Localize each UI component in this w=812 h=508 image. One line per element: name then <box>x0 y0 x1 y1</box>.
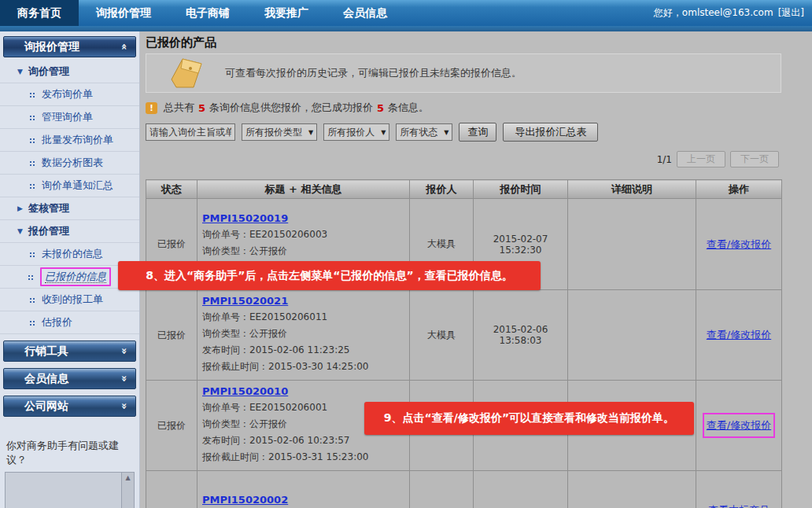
inquiry-title-link[interactable]: PMPI15020019 <box>202 212 288 224</box>
next-page-button[interactable]: 下一页 <box>730 151 779 167</box>
inquiry-title-link[interactable]: PMPI15020021 <box>202 295 288 307</box>
tab-e-shop[interactable]: 电子商铺 <box>168 0 247 26</box>
nav-divider-strip <box>0 26 812 31</box>
sidebar-panel-inquiry-quote[interactable]: 询报价管理 « <box>3 36 136 57</box>
quoted-count: 5 <box>377 102 384 114</box>
bullet-dots-icon <box>30 115 35 120</box>
top-navigation-bar: 商务首页 询报价管理 电子商铺 我要推广 会员信息 您好，omlsteel@16… <box>0 0 812 26</box>
sidebar-group-approval-management[interactable]: ▶ 签核管理 <box>0 197 139 220</box>
detail-line: 报价截止时间：2015-03-31 15:23:00 <box>202 449 406 466</box>
bullet-dots-icon <box>30 252 35 257</box>
tab-business-home[interactable]: 商务首页 <box>0 0 79 26</box>
scroll-up-icon[interactable]: ▲ <box>125 474 130 481</box>
sidebar-item-batch-publish-inquiry[interactable]: 批量发布询价单 <box>0 129 139 152</box>
sidebar-panel-marketing-tools[interactable]: 行销工具 » <box>3 341 136 362</box>
intro-box: 可查看每次报价的历史记录，可编辑已报价且未结案的报价信息。 <box>146 53 781 93</box>
sidebar-group-inquiry-management[interactable]: ▼ 询价管理 <box>0 61 139 83</box>
table-row: 已报价 PMPI15020021 询价单号：EE20150206011 询价类型… <box>146 290 782 381</box>
table-row: 已中标 PMPI15020002 询价单号：EE20150204001 询价类型… <box>146 471 782 508</box>
detail-desc-cell <box>568 199 696 290</box>
sidebar-item-data-analysis-charts[interactable]: 数据分析图表 <box>0 152 139 175</box>
tab-promotion[interactable]: 我要推广 <box>247 0 326 26</box>
chevron-down-icon[interactable]: » <box>118 348 130 354</box>
intro-text: 可查看每次报价的历史记录，可编辑已报价且未结案的报价信息。 <box>225 66 522 80</box>
sidebar-panel-company-website[interactable]: 公司网站 » <box>3 396 136 417</box>
feedback-textarea[interactable]: ▲ ▼ <box>5 472 135 508</box>
detail-line: 询价单号：EE20150206003 <box>202 226 406 243</box>
sidebar-group-quote-management[interactable]: ▼ 报价管理 <box>0 220 139 243</box>
status-cell: 已报价 <box>146 381 197 471</box>
quoter-select[interactable]: 所有报价人 ▼ <box>323 123 389 141</box>
detail-line: 发布时间：2015-02-06 10:23:57 <box>202 433 406 449</box>
status-select[interactable]: 所有状态 ▼ <box>396 123 452 141</box>
chevron-down-icon: ▼ <box>444 129 448 136</box>
bullet-dots-icon <box>30 183 35 189</box>
summary-line: ! 总共有 5 条询价信息供您报价，您已成功报价 5 条信息。 <box>146 101 429 115</box>
triangle-down-icon: ▼ <box>17 227 23 235</box>
detail-desc-cell <box>568 471 696 508</box>
operation-cell: 查看中标产品 查看报价单 <box>696 471 782 508</box>
detail-line: 询价单号：EE20150206011 <box>202 309 406 326</box>
query-button[interactable]: 查询 <box>459 123 496 142</box>
sidebar-panel-title: 询报价管理 <box>24 40 79 54</box>
inquiry-title-link[interactable]: PMPI15020002 <box>202 494 288 506</box>
bullet-dots-icon <box>30 160 35 166</box>
bullet-dots-icon <box>30 92 35 98</box>
page-indicator: 1/1 <box>657 154 672 165</box>
chevron-down-icon: ▼ <box>308 129 313 136</box>
search-input[interactable] <box>146 123 235 141</box>
quote-type-select[interactable]: 所有报价类型 ▼ <box>242 123 317 141</box>
quoter-cell: 大模具 <box>410 290 474 381</box>
bullet-dots-icon <box>28 274 34 280</box>
export-quote-summary-button[interactable]: 导出报价汇总表 <box>503 123 598 142</box>
tutorial-highlight-box: 已报价的信息 <box>40 267 111 286</box>
tab-member-info[interactable]: 会员信息 <box>326 0 404 26</box>
chevron-down-icon: ▼ <box>381 129 386 136</box>
view-modify-quote-link[interactable]: 查看/修改报价 <box>707 237 771 252</box>
sidebar-item-received-work-orders[interactable]: 收到的报工单 <box>0 289 139 311</box>
quote-time-cell: 2015-02-06 13:58:03 <box>474 290 568 381</box>
table-header-row: 状态 标题 + 相关信息 报价人 报价时间 详细说明 操作 <box>146 180 782 199</box>
operation-cell: 查看/修改报价 <box>696 199 782 290</box>
tutorial-highlight-box: 查看/修改报价 <box>703 413 775 438</box>
sidebar-item-publish-inquiry[interactable]: 发布询价单 <box>0 83 139 106</box>
quoter-cell: 大模具 <box>410 471 474 508</box>
sidebar-item-estimate-quote[interactable]: 估报价 <box>0 311 139 334</box>
page-title: 已报价的产品 <box>146 35 216 50</box>
logout-link[interactable]: [退出] <box>778 6 804 20</box>
operation-cell: 查看/修改报价 <box>696 381 782 471</box>
pagination: 1/1 上一页 下一页 <box>657 151 779 167</box>
col-detail: 详细说明 <box>568 180 696 199</box>
col-quote-time: 报价时间 <box>474 180 568 199</box>
view-winning-products-link[interactable]: 查看中标产品 <box>708 503 770 508</box>
status-cell: 已中标 <box>146 471 197 508</box>
bullet-dots-icon <box>30 138 35 143</box>
scrollbar[interactable]: ▲ ▼ <box>121 473 134 508</box>
sidebar-panel-member-info[interactable]: 会员信息 » <box>3 368 136 389</box>
sidebar-item-inquiry-notice-summary[interactable]: 询价单通知汇总 <box>0 175 139 197</box>
prev-page-button[interactable]: 上一页 <box>677 151 725 167</box>
chevron-up-icon[interactable]: « <box>118 43 130 50</box>
detail-line: 发布时间：2015-02-06 11:23:25 <box>202 342 406 359</box>
triangle-down-icon: ▼ <box>17 68 23 75</box>
quote-time-cell: 2015-02-05 10:40:37 <box>474 471 568 508</box>
tab-inquiry-quote-management[interactable]: 询报价管理 <box>79 0 168 26</box>
sidebar-item-manage-inquiry[interactable]: 管理询价单 <box>0 106 139 129</box>
triangle-right-icon: ▶ <box>17 204 23 212</box>
top-nav-tabs: 商务首页 询报价管理 电子商铺 我要推广 会员信息 <box>0 0 404 26</box>
chevron-down-icon[interactable]: » <box>118 375 130 381</box>
col-quoter: 报价人 <box>410 180 474 199</box>
document-icon <box>167 56 212 90</box>
status-cell: 已报价 <box>146 290 197 381</box>
detail-line: 询价类型：公开报价 <box>202 326 406 342</box>
chevron-down-icon[interactable]: » <box>118 403 130 409</box>
detail-line: 报价截止时间：2015-03-30 14:25:00 <box>202 359 406 375</box>
view-modify-quote-link[interactable]: 查看/修改报价 <box>707 328 771 342</box>
inquiry-title-link[interactable]: PMPI15020010 <box>202 385 288 397</box>
bullet-dots-icon <box>30 297 35 303</box>
detail-desc-cell <box>568 290 696 381</box>
view-modify-quote-link[interactable]: 查看/修改报价 <box>707 418 771 433</box>
total-count: 5 <box>198 102 205 114</box>
feedback-prompt-label: 你对商务助手有问题或建议？ <box>6 439 135 467</box>
detail-line: 询价类型：公开报价 <box>202 243 406 260</box>
